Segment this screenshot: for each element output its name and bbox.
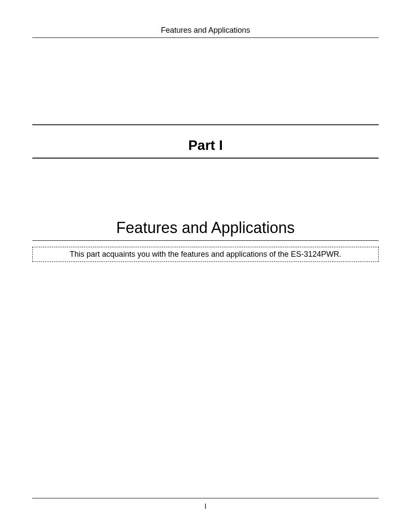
description-text: This part acquaints you with the feature… [70,250,341,258]
header-rule [32,37,379,38]
footer-rule: I [32,498,379,510]
section-title-rule [32,240,379,241]
running-header: Features and Applications [32,26,379,37]
page-number: I [32,503,379,510]
footer: I [32,498,379,510]
description-box: This part acquaints you with the feature… [32,247,379,262]
page-container: Features and Applications Part I Feature… [0,0,411,532]
part-heading: Part I [32,137,379,158]
part-top-rule [32,124,379,125]
part-bottom-rule [32,158,379,159]
section-title: Features and Applications [32,219,379,240]
